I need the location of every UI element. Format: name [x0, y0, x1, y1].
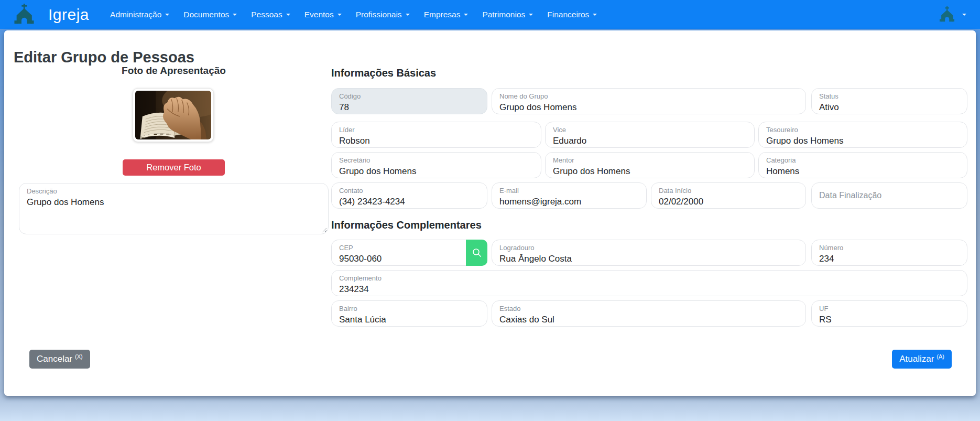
tesoureiro-value: Grupo dos Homens	[766, 136, 961, 146]
description-label: Descrição	[27, 187, 322, 196]
data-inicio-value: 02/02/2000	[659, 197, 799, 207]
update-button[interactable]: Atualizar (A)	[892, 350, 952, 369]
mentor-value: Grupo dos Homens	[553, 166, 748, 177]
numero-field[interactable]: Número 234	[811, 240, 967, 266]
status-field[interactable]: Status Ativo	[811, 88, 967, 114]
menu-pessoas-label: Pessoas	[251, 10, 282, 19]
menu-documentos-label: Documentos	[183, 10, 229, 19]
chevron-down-icon	[593, 14, 597, 16]
vice-field[interactable]: Vice Eduardo	[545, 122, 755, 148]
logradouro-label: Logradouro	[499, 244, 799, 252]
contato-label: Contato	[339, 187, 481, 195]
remove-photo-button[interactable]: Remover Foto	[123, 159, 225, 176]
data-finalizacao-field[interactable]: Data Finalização	[811, 182, 967, 209]
lider-value: Robson	[339, 136, 535, 146]
logradouro-value: Rua Ângelo Costa	[499, 254, 799, 264]
nome-do-grupo-field[interactable]: Nome do Grupo Grupo dos Homens	[492, 88, 806, 114]
cep-field[interactable]: CEP 95030-060	[331, 240, 466, 266]
uf-value: RS	[819, 315, 961, 325]
vice-label: Vice	[553, 126, 748, 134]
complemento-label: Complemento	[339, 274, 961, 283]
menu-eventos[interactable]: Eventos	[304, 10, 342, 19]
basic-info-heading: Informações Básicas	[331, 67, 436, 79]
data-inicio-label: Data Início	[659, 187, 799, 195]
user-menu[interactable]	[939, 6, 966, 23]
cep-value: 95030-060	[339, 254, 466, 264]
menu-patrimonios[interactable]: Patrimonios	[482, 10, 533, 19]
bairro-field[interactable]: Bairro Santa Lúcia	[331, 300, 487, 327]
chevron-down-icon	[406, 14, 410, 16]
categoria-field[interactable]: Categoria Homens	[758, 152, 967, 178]
contato-field[interactable]: Contato (34) 23423-4234	[331, 182, 487, 209]
lider-label: Líder	[339, 126, 535, 134]
cep-search-button[interactable]	[466, 240, 487, 266]
update-button-label: Atualizar	[899, 354, 934, 364]
menu-empresas[interactable]: Empresas	[424, 10, 469, 19]
brand-title: Igreja	[48, 6, 89, 24]
codigo-value: 78	[339, 102, 481, 113]
menu-documentos[interactable]: Documentos	[183, 10, 237, 19]
bairro-label: Bairro	[339, 305, 481, 313]
complemento-field[interactable]: Complemento 234234	[331, 270, 967, 296]
lider-field[interactable]: Líder Robson	[331, 122, 541, 148]
resize-handle[interactable]	[321, 227, 326, 232]
complementary-info-heading: Informações Complementares	[331, 219, 482, 231]
numero-label: Número	[819, 244, 961, 252]
secretario-value: Grupo dos Homens	[339, 166, 535, 177]
cep-group: CEP 95030-060	[331, 240, 487, 266]
description-value: Grupo dos Homens	[27, 197, 322, 208]
cancel-shortcut: (X)	[75, 353, 83, 360]
codigo-field: Código 78	[331, 88, 487, 114]
main-menu: Administração Documentos Pessoas Eventos…	[110, 10, 597, 19]
categoria-value: Homens	[766, 166, 961, 177]
status-value: Ativo	[819, 102, 961, 113]
menu-patrimonios-label: Patrimonios	[482, 10, 525, 19]
nome-do-grupo-label: Nome do Grupo	[499, 92, 799, 101]
uf-field[interactable]: UF RS	[811, 300, 967, 327]
email-field[interactable]: E-mail homens@igreja.com	[492, 182, 647, 209]
chevron-down-icon	[286, 14, 290, 16]
user-church-icon	[939, 6, 955, 23]
group-photo	[133, 88, 214, 142]
menu-financeiros-label: Financeiros	[547, 10, 589, 19]
menu-pessoas[interactable]: Pessoas	[251, 10, 290, 19]
cancel-button-label: Cancelar	[37, 354, 72, 364]
categoria-label: Categoria	[766, 156, 961, 165]
menu-administracao-label: Administração	[110, 10, 161, 19]
mentor-label: Mentor	[553, 156, 748, 165]
uf-label: UF	[819, 305, 961, 313]
email-label: E-mail	[499, 187, 640, 195]
data-inicio-field[interactable]: Data Início 02/02/2000	[651, 182, 806, 209]
search-icon	[472, 247, 482, 258]
secretario-field[interactable]: Secretário Grupo dos Homens	[331, 152, 541, 178]
menu-profissionais[interactable]: Profissionais	[356, 10, 410, 19]
tesoureiro-label: Tesoureiro	[766, 126, 961, 134]
tesoureiro-field[interactable]: Tesoureiro Grupo dos Homens	[758, 122, 967, 148]
estado-label: Estado	[499, 305, 799, 313]
menu-empresas-label: Empresas	[424, 10, 461, 19]
codigo-label: Código	[339, 92, 481, 101]
app-window: Igreja Administração Documentos Pessoas …	[0, 0, 980, 421]
complemento-value: 234234	[339, 284, 961, 295]
praying-hands-photo	[135, 91, 211, 139]
update-shortcut: (A)	[937, 353, 944, 360]
data-finalizacao-placeholder: Data Finalização	[819, 190, 881, 200]
menu-profissionais-label: Profissionais	[356, 10, 402, 19]
photo-section-title: Foto de Apresentação	[19, 65, 329, 77]
secretario-label: Secretário	[339, 156, 535, 165]
mentor-field[interactable]: Mentor Grupo dos Homens	[545, 152, 755, 178]
menu-administracao[interactable]: Administração	[110, 10, 169, 19]
cancel-button[interactable]: Cancelar (X)	[29, 350, 90, 369]
menu-financeiros[interactable]: Financeiros	[547, 10, 597, 19]
estado-field[interactable]: Estado Caxias do Sul	[492, 300, 806, 327]
edit-group-card: Editar Grupo de Pessoas Foto de Apresent…	[4, 30, 976, 396]
navbar: Igreja Administração Documentos Pessoas …	[0, 0, 980, 29]
chevron-down-icon	[529, 14, 533, 16]
nome-do-grupo-value: Grupo dos Homens	[499, 102, 799, 113]
description-textarea[interactable]: Descrição Grupo dos Homens	[19, 183, 329, 234]
chevron-down-icon	[337, 14, 342, 16]
estado-value: Caxias do Sul	[499, 315, 799, 325]
contato-value: (34) 23423-4234	[339, 197, 481, 207]
bairro-value: Santa Lúcia	[339, 315, 481, 325]
logradouro-field[interactable]: Logradouro Rua Ângelo Costa	[492, 240, 806, 266]
